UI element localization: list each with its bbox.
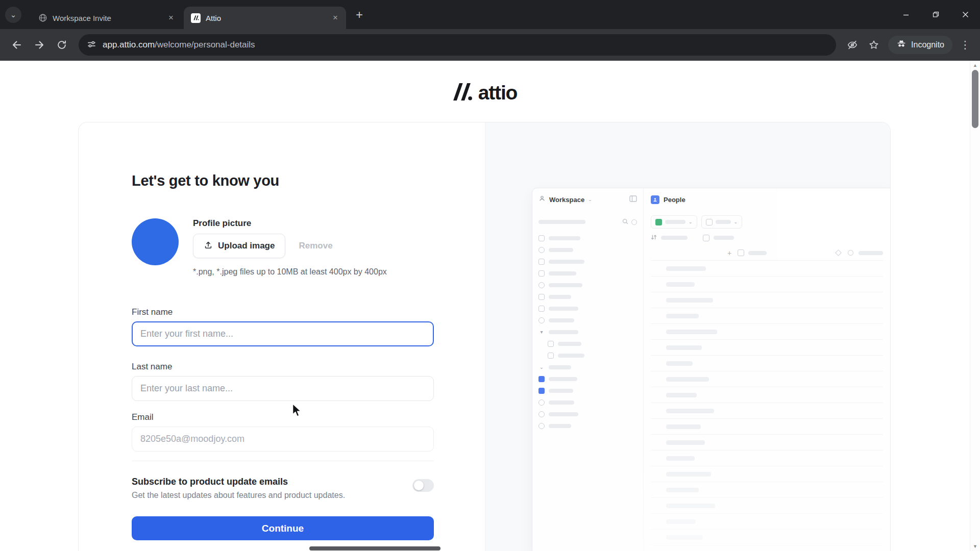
preview-sidebar-item <box>538 267 637 279</box>
skeleton-bar <box>549 365 571 369</box>
preview-table-row <box>651 419 883 435</box>
preview-table-row <box>651 308 883 324</box>
skeleton-bar <box>666 298 713 303</box>
scroll-down-icon[interactable]: ▼ <box>970 544 980 549</box>
sidebar-item-icon <box>538 259 545 265</box>
columns-icon <box>706 219 713 226</box>
site-settings-icon[interactable] <box>87 39 96 51</box>
browser-menu-icon[interactable]: ⋮ <box>957 39 974 51</box>
new-tab-button[interactable]: + <box>351 7 368 23</box>
upload-image-button[interactable]: Upload image <box>193 234 285 258</box>
continue-button[interactable]: Continue <box>132 516 434 540</box>
chevron-down-icon: ⌄ <box>538 364 545 370</box>
skeleton-bar <box>666 409 714 413</box>
columns-pill: ⌄ <box>701 215 743 229</box>
close-button[interactable] <box>950 0 980 29</box>
skeleton-bar <box>549 248 573 252</box>
browser-titlebar: ⌄ Workspace Invite × Attio × + <box>0 0 980 29</box>
url-bar[interactable]: app.attio.com/welcome/personal-details <box>79 34 836 56</box>
skeleton-bar <box>666 488 699 492</box>
last-name-input[interactable] <box>132 376 434 401</box>
upload-image-label: Upload image <box>218 241 275 251</box>
preview-table-row <box>651 435 883 450</box>
preview-table-row <box>651 466 883 482</box>
chevron-down-icon: ⌄ <box>10 10 17 19</box>
forward-button[interactable] <box>29 34 50 56</box>
avatar <box>132 218 179 265</box>
preview-sidebar-item <box>538 232 637 244</box>
toggle-knob <box>414 481 424 490</box>
skeleton-bar <box>666 282 695 287</box>
preview-table-row <box>651 324 883 340</box>
subscribe-toggle[interactable] <box>412 479 434 492</box>
tab-search-button[interactable]: ⌄ <box>5 7 21 23</box>
page-viewport: attio Let's get to know you Profile pict… <box>0 61 980 551</box>
attio-favicon-icon <box>191 13 201 23</box>
preview-table-row <box>651 277 883 292</box>
skeleton-bar <box>748 251 767 255</box>
remove-image-button[interactable]: Remove <box>295 241 336 251</box>
skeleton-bar <box>538 220 585 224</box>
filter-icon <box>703 235 709 241</box>
vertical-scrollbar[interactable]: ▲ ▼ <box>970 61 980 551</box>
preview-sidebar-item <box>538 244 637 256</box>
sidebar-item-icon <box>538 235 545 241</box>
back-button[interactable] <box>6 34 28 56</box>
skeleton-bar <box>549 271 576 276</box>
restore-button[interactable] <box>921 0 950 29</box>
preview-table-row <box>651 530 883 545</box>
skeleton-bar <box>549 400 574 405</box>
horizontal-scrollbar-thumb[interactable] <box>309 546 440 550</box>
profile-picture-label: Profile picture <box>193 218 387 229</box>
sidebar-item-icon <box>548 341 554 347</box>
app-preview-pane: Workspace ⌄ People <box>485 122 890 551</box>
preview-sidebar-subitem <box>538 338 637 349</box>
scroll-up-icon[interactable]: ▲ <box>970 63 980 68</box>
tab-workspace-invite[interactable]: Workspace Invite × <box>31 7 182 29</box>
tab-label: Workspace Invite <box>53 14 160 22</box>
bookmark-star-icon[interactable] <box>864 35 884 55</box>
eye-off-icon[interactable] <box>842 35 863 55</box>
skeleton-bar <box>665 220 685 224</box>
preview-table-rows <box>651 261 883 545</box>
skeleton-bar <box>666 519 696 524</box>
skeleton-bar <box>549 307 578 311</box>
skeleton-bar <box>558 342 581 346</box>
skeleton-bar <box>716 220 731 224</box>
preview-table-row <box>651 387 883 403</box>
minimize-button[interactable] <box>891 0 921 29</box>
preview-sidebar-group: ▾ <box>538 326 637 338</box>
skeleton-bar <box>549 260 584 264</box>
skeleton-bar <box>666 472 711 477</box>
page-title: Let's get to know you <box>132 171 434 190</box>
tab-attio[interactable]: Attio × <box>184 7 346 29</box>
globe-favicon-icon <box>38 13 47 23</box>
tab-close-icon[interactable]: × <box>165 12 177 23</box>
first-name-input[interactable] <box>132 321 434 346</box>
people-icon <box>651 195 659 204</box>
skeleton-bar <box>666 345 702 350</box>
sidebar-item-icon <box>538 411 545 417</box>
skeleton-bar <box>666 424 701 429</box>
sidebar-item-icon <box>538 423 545 429</box>
tab-label: Attio <box>206 14 325 22</box>
skeleton-bar <box>666 377 709 382</box>
reload-button[interactable] <box>51 34 72 56</box>
skeleton-bar <box>549 389 573 393</box>
skeleton-bar <box>666 504 715 508</box>
view-icon <box>655 219 662 226</box>
browser-toolbar: app.attio.com/welcome/personal-details I… <box>0 29 980 61</box>
subscribe-section: Subscribe to product update emails Get t… <box>132 477 434 500</box>
preview-sidebar-item <box>538 408 637 420</box>
vertical-scrollbar-thumb[interactable] <box>972 70 978 128</box>
sidebar-toggle-icon <box>629 195 637 204</box>
tab-close-icon[interactable]: × <box>330 12 341 23</box>
circle-icon <box>848 250 853 256</box>
onboarding-card: Let's get to know you Profile picture <box>78 122 891 551</box>
preview-table-row <box>651 482 883 498</box>
form-divider <box>132 461 434 461</box>
skeleton-bar <box>549 236 580 240</box>
sidebar-item-icon <box>538 282 545 288</box>
upload-icon <box>204 240 213 252</box>
incognito-label: Incognito <box>911 40 944 49</box>
